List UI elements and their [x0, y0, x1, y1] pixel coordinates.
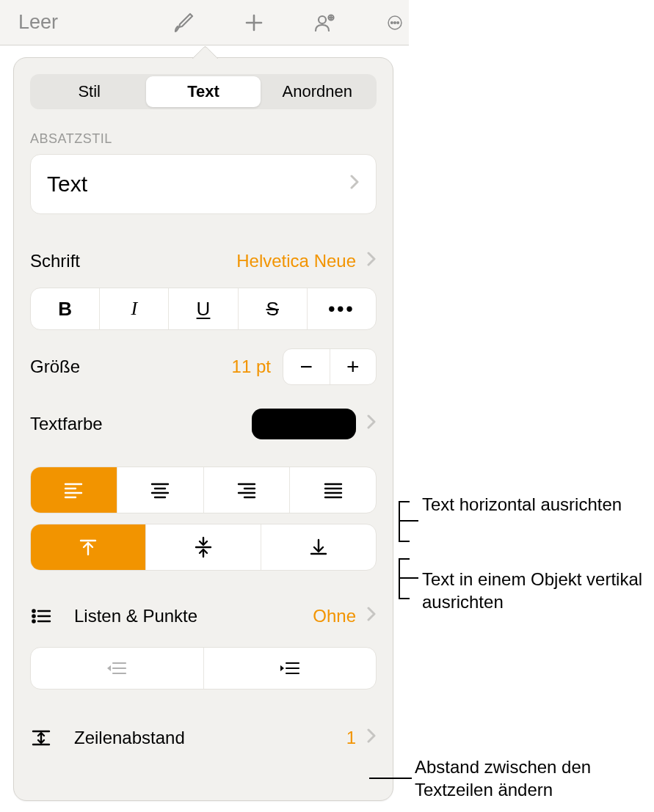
size-stepper: − +	[283, 348, 377, 385]
font-style-buttons: B I U S •••	[30, 288, 377, 330]
line-spacing-value: 1	[346, 728, 356, 748]
format-popover: Stil Text Anordnen ABSATZSTIL Text Schri…	[13, 57, 393, 801]
line-spacing-label: Zeilenabstand	[74, 728, 185, 748]
chevron-right-icon	[366, 251, 377, 271]
chevron-right-icon	[366, 414, 377, 434]
size-value: 11 pt	[232, 356, 271, 377]
text-color-swatch[interactable]	[252, 409, 356, 439]
align-bottom-button[interactable]	[261, 524, 376, 570]
callout-line	[369, 778, 412, 779]
vertical-align-row	[30, 524, 377, 571]
callout-line-spacing: Abstand zwischen den Textzeilen ändern	[415, 756, 654, 801]
tab-stil[interactable]: Stil	[32, 76, 146, 107]
text-color-row[interactable]: Textfarbe	[30, 403, 377, 445]
svg-point-33	[32, 610, 34, 612]
indent-row	[30, 647, 377, 690]
callout-line	[399, 501, 400, 541]
italic-button[interactable]: I	[99, 288, 168, 329]
list-icon	[30, 605, 52, 627]
svg-point-37	[32, 620, 34, 622]
callout-line	[399, 558, 400, 599]
svg-point-7	[391, 21, 393, 23]
document-title: Leer	[18, 11, 70, 34]
tab-text[interactable]: Text	[146, 76, 260, 107]
paragraph-style-heading: ABSATZSTIL	[30, 131, 377, 147]
svg-marker-42	[107, 665, 111, 671]
align-right-button[interactable]	[203, 467, 290, 513]
lists-label: Listen & Punkte	[74, 606, 197, 626]
callout-line	[399, 501, 410, 502]
align-middle-button[interactable]	[145, 524, 261, 570]
callout-line	[399, 541, 410, 542]
text-color-label: Textfarbe	[30, 414, 103, 434]
underline-button[interactable]: U	[168, 288, 237, 329]
bold-button[interactable]: B	[31, 288, 99, 329]
collaborate-icon[interactable]	[310, 9, 338, 37]
svg-point-8	[394, 21, 396, 23]
align-top-button[interactable]	[31, 524, 145, 570]
tab-anordnen[interactable]: Anordnen	[261, 76, 374, 107]
font-label: Schrift	[30, 251, 80, 271]
callout-line	[399, 558, 410, 560]
callout-line	[399, 577, 418, 579]
line-spacing-row[interactable]: Zeilenabstand 1	[30, 717, 377, 758]
increase-indent-button[interactable]	[203, 648, 377, 689]
paintbrush-icon[interactable]	[170, 9, 197, 37]
decrease-indent-button[interactable]	[31, 648, 203, 689]
svg-point-9	[397, 21, 399, 23]
callout-line	[399, 598, 410, 599]
paragraph-style-row[interactable]: Text	[30, 154, 377, 214]
chevron-right-icon	[349, 174, 360, 194]
line-spacing-icon	[30, 727, 52, 749]
more-icon[interactable]	[381, 9, 409, 37]
paragraph-style-value: Text	[47, 172, 87, 197]
alignment-groups	[30, 467, 377, 571]
lists-bullets-row[interactable]: Listen & Punkte Ohne	[30, 596, 377, 637]
chevron-right-icon	[366, 606, 377, 626]
strikethrough-button[interactable]: S	[238, 288, 307, 329]
align-justify-button[interactable]	[289, 467, 376, 513]
svg-point-35	[32, 615, 34, 617]
horizontal-align-row	[30, 467, 377, 513]
svg-marker-46	[280, 665, 284, 671]
align-left-button[interactable]	[31, 467, 117, 513]
size-increase-button[interactable]: +	[330, 349, 377, 384]
svg-point-2	[319, 16, 326, 23]
plus-icon[interactable]	[240, 9, 268, 37]
chevron-right-icon	[366, 728, 377, 748]
tab-segment: Stil Text Anordnen	[30, 74, 377, 109]
callout-horizontal-align: Text horizontal ausrichten	[422, 493, 622, 516]
size-label: Größe	[30, 356, 80, 377]
callout-line	[399, 520, 418, 522]
align-center-button[interactable]	[117, 467, 203, 513]
lists-value: Ohne	[313, 606, 356, 626]
font-row[interactable]: Schrift Helvetica Neue	[30, 241, 377, 282]
font-value: Helvetica Neue	[236, 251, 356, 271]
size-decrease-button[interactable]: −	[283, 349, 330, 384]
more-text-options-button[interactable]: •••	[307, 288, 376, 329]
font-size-row: Größe 11 pt − +	[30, 346, 377, 387]
top-toolbar: Leer	[0, 0, 409, 45]
callout-vertical-align: Text in einem Objekt vertikal ausrichten	[422, 568, 654, 613]
